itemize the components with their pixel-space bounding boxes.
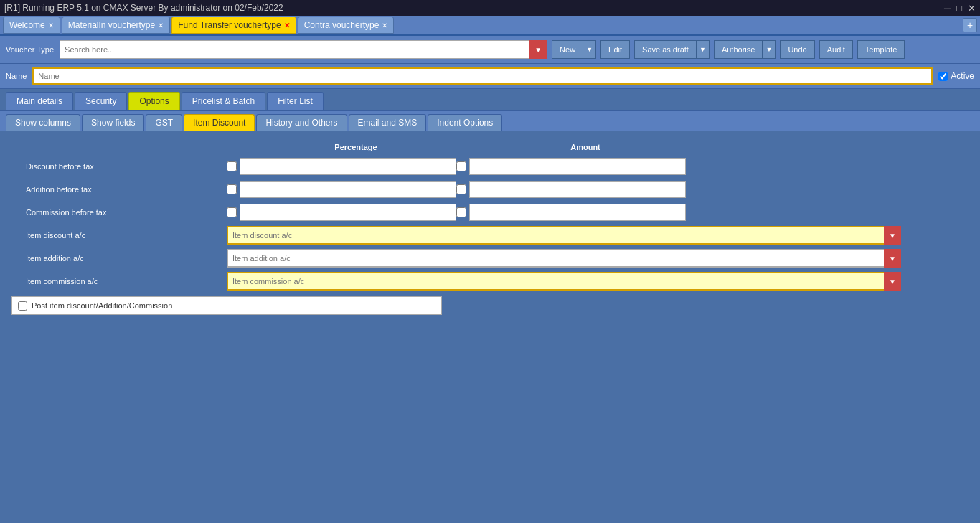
sub-tab-history-others[interactable]: History and Others: [256, 114, 347, 131]
column-headers: Percentage Amount: [11, 143, 969, 151]
name-row: Name Active: [0, 64, 980, 89]
sub-tab-indent-options[interactable]: Indent Options: [428, 114, 502, 131]
main-tab-pricelist[interactable]: Pricelist & Batch: [182, 92, 265, 110]
search-input[interactable]: [60, 40, 547, 59]
active-checkbox[interactable]: [938, 72, 948, 81]
main-tab-filter-list[interactable]: Filter List: [267, 92, 324, 110]
item-commission-ac-label: Item commission a/c: [11, 277, 227, 286]
save-as-draft-group: Save as draft ▼: [634, 40, 710, 59]
search-dropdown-button[interactable]: [529, 40, 547, 59]
col-header-amount: Amount: [471, 143, 700, 151]
sub-tab-show-columns-label: Show columns: [15, 118, 71, 128]
addition-percentage-checkbox[interactable]: [227, 184, 237, 194]
sub-tab-show-fields-label: Show fields: [91, 118, 135, 128]
search-container: [60, 40, 547, 59]
discount-amount-input[interactable]: [469, 158, 686, 175]
sub-tab-item-discount[interactable]: Item Discount: [184, 114, 255, 131]
authorise-dropdown-arrow[interactable]: ▼: [763, 40, 776, 59]
item-commission-ac-input[interactable]: [227, 272, 901, 291]
commission-percentage-checkbox[interactable]: [227, 207, 237, 217]
discount-before-tax-label: Discount before tax: [11, 162, 227, 171]
item-addition-ac-input[interactable]: [227, 249, 901, 268]
discount-amount-checkbox[interactable]: [456, 161, 466, 171]
sub-tab-email-sms[interactable]: Email and SMS: [349, 114, 427, 131]
post-item-label: Post item discount/Addition/Commission: [32, 301, 172, 310]
name-input[interactable]: [32, 67, 933, 85]
sub-tab-history-others-label: History and Others: [265, 118, 337, 128]
tab-welcome[interactable]: Welcome ✕: [3, 17, 60, 34]
main-tab-options[interactable]: Options: [128, 92, 179, 110]
item-commission-ac-dropdown[interactable]: [884, 272, 901, 291]
commission-percentage-input[interactable]: [240, 204, 456, 221]
sub-tab-show-fields[interactable]: Show fields: [82, 114, 144, 131]
item-commission-ac-row: Item commission a/c: [11, 272, 969, 291]
maximize-button[interactable]: □: [956, 3, 962, 14]
item-discount-ac-dropdown[interactable]: [884, 226, 901, 245]
commission-amount-field: [456, 204, 686, 221]
main-tab-pricelist-label: Pricelist & Batch: [192, 96, 255, 106]
audit-button[interactable]: Audit: [819, 40, 853, 59]
commission-percentage-field: [227, 204, 456, 221]
commission-before-tax-row: Commission before tax: [11, 203, 969, 222]
item-addition-ac-container: [227, 249, 901, 268]
main-tab-main-details-label: Main details: [17, 96, 62, 106]
undo-button[interactable]: Undo: [780, 40, 814, 59]
window-controls: ─ □ ✕: [944, 3, 976, 14]
addition-amount-input[interactable]: [469, 181, 686, 198]
item-discount-ac-input[interactable]: [227, 226, 901, 245]
tab-bar: Welcome ✕ MaterialIn vouchertype ✕ Fund …: [0, 16, 980, 36]
minimize-button[interactable]: ─: [944, 3, 951, 14]
authorise-button[interactable]: Authorise: [714, 40, 763, 59]
tab-materialin[interactable]: MaterialIn vouchertype ✕: [62, 17, 170, 34]
voucher-type-label: Voucher Type: [6, 45, 54, 54]
sub-tab-email-sms-label: Email and SMS: [358, 118, 418, 128]
toolbar: Voucher Type New ▼ Edit Save as draft ▼ …: [0, 36, 980, 64]
commission-before-tax-label: Commission before tax: [11, 208, 227, 217]
addition-before-tax-label: Addition before tax: [11, 185, 227, 194]
template-button[interactable]: Template: [857, 40, 905, 59]
tab-add-button[interactable]: +: [963, 18, 977, 32]
tab-fundtransfer-close[interactable]: ✕: [284, 22, 290, 29]
commission-amount-checkbox[interactable]: [456, 207, 466, 217]
main-tab-main-details[interactable]: Main details: [6, 92, 73, 110]
tab-welcome-close[interactable]: ✕: [48, 22, 54, 29]
content-area: Percentage Amount Discount before tax Ad…: [0, 131, 980, 326]
sub-tab-gst[interactable]: GST: [146, 114, 182, 131]
sub-tabs: Show columns Show fields GST Item Discou…: [0, 111, 980, 131]
main-tabs: Main details Security Options Pricelist …: [0, 89, 980, 111]
tab-contra-close[interactable]: ✕: [382, 22, 387, 29]
addition-percentage-input[interactable]: [240, 181, 456, 198]
tab-welcome-label: Welcome: [9, 20, 45, 30]
edit-button[interactable]: Edit: [600, 40, 630, 59]
tab-contra-label: Contra vouchertype: [304, 20, 380, 30]
new-button-group: New ▼: [552, 40, 596, 59]
discount-percentage-checkbox[interactable]: [227, 161, 237, 171]
title-bar: [R1] Running ERP 5.1 on CMAX Server By a…: [0, 0, 980, 16]
close-button[interactable]: ✕: [968, 3, 976, 14]
new-dropdown-arrow[interactable]: ▼: [583, 40, 596, 59]
addition-amount-checkbox[interactable]: [456, 184, 466, 194]
main-tab-security[interactable]: Security: [75, 92, 127, 110]
item-addition-ac-dropdown[interactable]: [884, 249, 901, 268]
post-item-checkbox[interactable]: [18, 301, 27, 311]
tab-materialin-label: MaterialIn vouchertype: [68, 20, 155, 30]
addition-before-tax-row: Addition before tax: [11, 180, 969, 199]
col-header-percentage: Percentage: [241, 143, 471, 151]
discount-percentage-field: [227, 158, 456, 175]
item-commission-ac-container: [227, 272, 901, 291]
tab-materialin-close[interactable]: ✕: [158, 22, 164, 29]
save-draft-dropdown-arrow[interactable]: ▼: [697, 40, 710, 59]
discount-percentage-input[interactable]: [240, 158, 456, 175]
commission-amount-input[interactable]: [469, 204, 686, 221]
item-addition-ac-row: Item addition a/c: [11, 249, 969, 268]
new-button[interactable]: New: [552, 40, 583, 59]
tab-fundtransfer[interactable]: Fund Transfer vouchertype ✕: [171, 17, 296, 34]
item-discount-ac-row: Item discount a/c: [11, 226, 969, 245]
tab-contra[interactable]: Contra vouchertype ✕: [298, 17, 395, 34]
tab-fundtransfer-label: Fund Transfer vouchertype: [178, 20, 281, 30]
sub-tab-indent-options-label: Indent Options: [437, 118, 493, 128]
sub-tab-show-columns[interactable]: Show columns: [6, 114, 80, 131]
save-as-draft-button[interactable]: Save as draft: [634, 40, 697, 59]
main-tab-security-label: Security: [85, 96, 116, 106]
active-checkbox-container: Active: [938, 71, 974, 81]
